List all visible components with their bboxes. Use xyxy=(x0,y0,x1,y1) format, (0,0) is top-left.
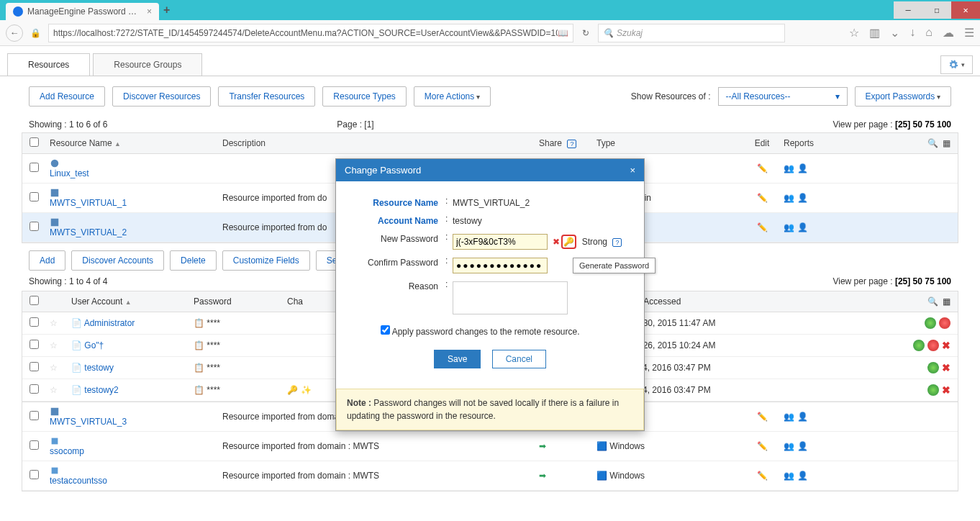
row-checkbox[interactable] xyxy=(30,384,39,394)
edit-icon[interactable]: ✏️ xyxy=(757,222,768,232)
edit-icon[interactable]: ✏️ xyxy=(757,193,768,203)
col-edit[interactable]: Edit xyxy=(740,138,784,148)
row-checkbox[interactable] xyxy=(30,317,39,327)
browser-tab[interactable]: ManageEngine Password … × xyxy=(6,3,159,20)
row-checkbox[interactable] xyxy=(30,222,39,231)
report-user-icon[interactable]: 👤 xyxy=(797,441,808,451)
resource-link[interactable]: MWTS_VIRTUAL_3 xyxy=(50,417,127,427)
url-field[interactable]: https://localhost:7272/STATE_ID/14545972… xyxy=(48,24,573,42)
resource-link[interactable]: MWTS_VIRTUAL_2 xyxy=(50,227,127,237)
col-last-accessed[interactable]: Last Accessed xyxy=(625,296,791,307)
report-users-icon[interactable]: 👥 xyxy=(784,471,794,481)
share-icon[interactable]: ➡ xyxy=(539,471,546,481)
search-icon[interactable]: 🔍 xyxy=(927,138,938,148)
clear-icon[interactable]: ✖ xyxy=(553,237,560,247)
edit-icon[interactable]: ✏️ xyxy=(757,471,768,481)
col-user-account[interactable]: User Account xyxy=(71,296,122,307)
resource-link[interactable]: Linux_test xyxy=(50,168,89,178)
window-close-button[interactable]: ✕ xyxy=(951,1,980,19)
per-page-options[interactable]: View per page : [25] 50 75 100 xyxy=(832,276,951,286)
copy-icon[interactable]: 📋 xyxy=(194,385,204,395)
select-all-checkbox[interactable] xyxy=(30,296,39,305)
table-row[interactable]: testaccountsso Resource imported from do… xyxy=(22,461,958,491)
apply-remote-checkbox[interactable] xyxy=(381,325,390,335)
account-link[interactable]: Administrator xyxy=(84,318,135,328)
window-maximize-button[interactable]: ☐ xyxy=(922,1,951,19)
row-checkbox[interactable] xyxy=(30,340,39,349)
col-type[interactable]: Type xyxy=(596,138,740,148)
window-minimize-button[interactable]: — xyxy=(894,1,922,19)
export-passwords-button[interactable]: Export Passwords xyxy=(855,86,951,107)
row-checkbox[interactable] xyxy=(30,192,39,201)
report-user-icon[interactable]: 👤 xyxy=(797,163,808,173)
more-actions-button[interactable]: More Actions xyxy=(414,86,491,107)
edit-icon[interactable]: ✏️ xyxy=(757,163,768,173)
copy-icon[interactable]: 📋 xyxy=(194,318,204,328)
library-icon[interactable]: ▥ xyxy=(869,26,880,40)
favorite-icon[interactable]: ☆ xyxy=(50,385,58,395)
account-link[interactable]: testowy2 xyxy=(84,385,118,395)
key-icon[interactable]: 🔑 xyxy=(287,385,298,395)
reason-textarea[interactable] xyxy=(453,281,568,314)
tab-resource-groups[interactable]: Resource Groups xyxy=(93,53,202,76)
modal-close-icon[interactable]: × xyxy=(630,165,635,176)
pocket-icon[interactable]: ⌄ xyxy=(890,26,899,40)
col-resource-name[interactable]: Resource Name xyxy=(50,138,112,148)
report-users-icon[interactable]: 👥 xyxy=(784,163,794,173)
row-checkbox[interactable] xyxy=(30,411,39,420)
share-icon[interactable]: ➡ xyxy=(539,441,546,451)
report-users-icon[interactable]: 👥 xyxy=(784,193,794,203)
tab-close-icon[interactable]: × xyxy=(147,6,152,17)
back-button[interactable]: ← xyxy=(6,24,23,42)
report-user-icon[interactable]: 👤 xyxy=(797,222,808,232)
bookmark-icon[interactable]: ☆ xyxy=(849,26,859,40)
reload-button[interactable]: ↻ xyxy=(582,28,589,38)
row-checkbox[interactable] xyxy=(30,362,39,371)
save-button[interactable]: Save xyxy=(434,350,481,368)
search-icon[interactable]: 🔍 xyxy=(927,296,938,307)
cancel-button[interactable]: Cancel xyxy=(492,350,546,368)
favorite-icon[interactable]: ☆ xyxy=(50,363,58,373)
edit-icon[interactable]: ✏️ xyxy=(757,441,768,451)
add-resource-button[interactable]: Add Resource xyxy=(29,86,105,107)
favorite-icon[interactable]: ☆ xyxy=(50,340,58,350)
settings-button[interactable]: ▾ xyxy=(940,55,973,74)
favorite-icon[interactable]: ☆ xyxy=(50,318,58,328)
report-user-icon[interactable]: 👤 xyxy=(797,412,808,422)
generate-password-button[interactable]: 🔑 xyxy=(561,235,576,249)
wand-icon[interactable]: ✨ xyxy=(301,385,312,395)
resource-link[interactable]: ssocomp xyxy=(50,446,84,456)
col-reports[interactable]: Reports xyxy=(784,138,884,148)
home-icon[interactable]: ⌂ xyxy=(925,26,933,40)
copy-icon[interactable]: 📋 xyxy=(194,340,204,350)
table-row[interactable]: ssocomp Resource imported from domain : … xyxy=(22,432,958,461)
reader-icon[interactable]: 📖 xyxy=(558,28,568,38)
delete-button[interactable]: Delete xyxy=(170,250,217,271)
discover-resources-button[interactable]: Discover Resources xyxy=(112,86,211,107)
chat-icon[interactable]: ☁ xyxy=(943,26,954,40)
help-icon[interactable]: ? xyxy=(612,238,622,247)
account-link[interactable]: testowy xyxy=(84,363,114,373)
select-all-checkbox[interactable] xyxy=(30,137,39,147)
row-checkbox[interactable] xyxy=(30,440,39,450)
new-password-input[interactable] xyxy=(453,234,548,250)
transfer-resources-button[interactable]: Transfer Resources xyxy=(218,86,315,107)
edit-icon[interactable]: ✏️ xyxy=(757,412,768,422)
columns-icon[interactable]: ▦ xyxy=(943,138,950,148)
row-checkbox[interactable] xyxy=(30,470,39,479)
help-icon[interactable]: ? xyxy=(567,140,576,148)
resource-link[interactable]: testaccountsso xyxy=(50,476,107,486)
copy-icon[interactable]: 📋 xyxy=(194,363,204,373)
report-user-icon[interactable]: 👤 xyxy=(797,471,808,481)
report-users-icon[interactable]: 👥 xyxy=(784,441,794,451)
resource-types-button[interactable]: Resource Types xyxy=(322,86,407,107)
search-field[interactable]: 🔍 Szukaj xyxy=(598,24,785,42)
columns-icon[interactable]: ▦ xyxy=(943,296,950,307)
menu-icon[interactable]: ☰ xyxy=(964,26,974,40)
confirm-password-input[interactable] xyxy=(453,258,548,273)
col-share[interactable]: Share ? xyxy=(539,138,596,148)
col-password[interactable]: Password xyxy=(194,296,287,307)
report-user-icon[interactable]: 👤 xyxy=(797,193,808,203)
resources-select[interactable]: --All Resources-- ▾ xyxy=(718,87,848,106)
resource-link[interactable]: MWTS_VIRTUAL_1 xyxy=(50,198,127,208)
